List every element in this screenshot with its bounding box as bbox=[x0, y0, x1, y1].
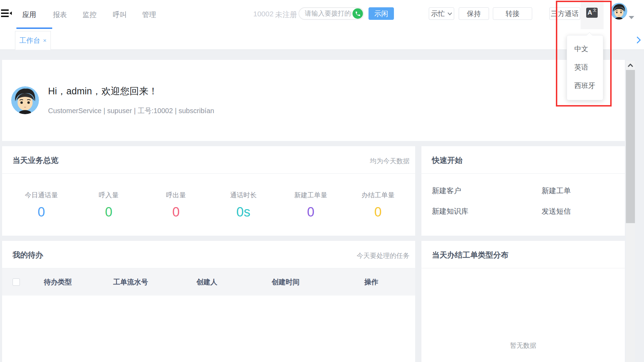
stat-call-duration: 通话时长 0s bbox=[210, 191, 277, 220]
user-menu-caret-icon[interactable] bbox=[629, 16, 634, 19]
chart-title: 当天办结工单类型分布 bbox=[432, 250, 509, 260]
hold-button[interactable]: 保持 bbox=[459, 7, 489, 20]
agent-status: 未注册 bbox=[275, 10, 297, 19]
overview-hint: 均为今天数据 bbox=[370, 157, 410, 166]
chart-empty-text: 暂无数据 bbox=[421, 341, 625, 350]
tab-workbench-label: 工作台 bbox=[20, 36, 40, 45]
language-button[interactable]: A 文 bbox=[581, 0, 604, 29]
dial-input[interactable] bbox=[305, 9, 352, 18]
show-idle-button[interactable]: 示闲 bbox=[368, 7, 394, 20]
phone-icon bbox=[355, 11, 361, 17]
workbench-screen: 应用 报表 监控 呼叫 管理 10002 未注册 示闲 示忙 保持 转接 三方通… bbox=[0, 0, 644, 362]
menu-item-english[interactable]: 英语 bbox=[567, 58, 603, 77]
vertical-scrollbar[interactable] bbox=[626, 61, 635, 362]
quick-start-card: 快速开始 新建客户 新建工单 新建知识库 发送短信 bbox=[421, 146, 625, 236]
tab-close-icon[interactable]: × bbox=[43, 37, 47, 44]
welcome-avatar bbox=[11, 86, 39, 114]
nav-item-admin[interactable]: 管理 bbox=[142, 0, 156, 29]
menu-item-spanish[interactable]: 西班牙 bbox=[567, 77, 603, 95]
divider bbox=[421, 173, 625, 174]
transfer-button[interactable]: 转接 bbox=[493, 7, 532, 20]
stat-today-calls: 今日通话量 0 bbox=[8, 191, 75, 220]
stat-closed-tickets: 办结工单量 0 bbox=[344, 191, 412, 220]
top-header: 应用 报表 监控 呼叫 管理 10002 未注册 示闲 示忙 保持 转接 三方通… bbox=[0, 0, 644, 29]
col-ticket-number: 工单流水号 bbox=[91, 277, 170, 287]
todo-title: 我的待办 bbox=[13, 250, 43, 260]
divider bbox=[421, 268, 625, 268]
tab-bar: 工作台 × bbox=[0, 29, 644, 50]
nav-item-call[interactable]: 呼叫 bbox=[113, 0, 127, 29]
col-todo-type: 待办类型 bbox=[24, 277, 91, 287]
col-actions: 操作 bbox=[327, 277, 415, 287]
active-nav-underline bbox=[16, 27, 52, 29]
menu-fold-icon[interactable] bbox=[1, 9, 12, 18]
tab-scroll-right-icon[interactable] bbox=[635, 36, 642, 44]
show-busy-button[interactable]: 示忙 bbox=[429, 7, 454, 20]
select-all-checkbox[interactable] bbox=[13, 278, 20, 286]
conference-button[interactable]: 三方通话 bbox=[549, 7, 580, 20]
welcome-card: Hi，admin，欢迎您回来！ CustomerService | supuse… bbox=[2, 60, 625, 141]
user-meta-text: CustomerService | supuser | 工号:10002 | s… bbox=[48, 106, 214, 116]
chevron-down-icon bbox=[448, 12, 452, 15]
menu-item-chinese[interactable]: 中文 bbox=[567, 40, 603, 58]
quick-start-title: 快速开始 bbox=[432, 155, 463, 166]
translate-glyph-wen: 文 bbox=[593, 8, 597, 12]
stat-outbound-calls: 呼出量 0 bbox=[142, 191, 210, 220]
divider bbox=[2, 173, 415, 174]
overview-card: 当天业务总览 均为今天数据 今日通话量 0 呼入量 0 呼出量 0 通话时长 bbox=[2, 146, 415, 236]
translate-glyph-a: A bbox=[588, 9, 592, 16]
link-new-knowledge[interactable]: 新建知识库 bbox=[432, 206, 468, 216]
link-new-customer[interactable]: 新建客户 bbox=[432, 186, 461, 196]
scroll-up-icon bbox=[628, 64, 633, 67]
scrollbar-thumb[interactable] bbox=[626, 70, 635, 223]
translate-icon: A 文 bbox=[586, 8, 598, 18]
tab-workbench[interactable]: 工作台 × bbox=[15, 31, 51, 50]
nav-item-monitor[interactable]: 监控 bbox=[83, 0, 96, 29]
stat-new-tickets: 新建工单量 0 bbox=[277, 191, 344, 220]
todo-table-header: 待办类型 工单流水号 创建人 创建时间 操作 bbox=[2, 268, 415, 296]
dial-call-button[interactable] bbox=[352, 8, 363, 19]
todo-card: 我的待办 今天要处理的任务 待办类型 工单流水号 创建人 创建时间 操作 bbox=[2, 241, 415, 362]
col-create-time: 创建时间 bbox=[244, 277, 327, 287]
nav-item-apps[interactable]: 应用 bbox=[22, 0, 36, 29]
todo-hint: 今天要处理的任务 bbox=[357, 251, 410, 260]
dial-input-pill bbox=[298, 7, 364, 20]
stat-inbound-calls: 呼入量 0 bbox=[75, 191, 142, 220]
greeting-text: Hi，admin，欢迎您回来！ bbox=[48, 85, 158, 97]
user-avatar[interactable] bbox=[611, 3, 627, 19]
link-new-ticket[interactable]: 新建工单 bbox=[542, 186, 571, 196]
nav-item-reports[interactable]: 报表 bbox=[53, 0, 67, 29]
overview-title: 当天业务总览 bbox=[13, 155, 59, 166]
scroll-up-button[interactable] bbox=[626, 61, 635, 70]
stats-grid: 今日通话量 0 呼入量 0 呼出量 0 通话时长 0s 新建工单量 0 bbox=[8, 191, 412, 220]
content-area: Hi，admin，欢迎您回来！ CustomerService | supuse… bbox=[0, 50, 644, 362]
show-busy-label: 示忙 bbox=[431, 9, 445, 18]
language-menu: 中文 英语 西班牙 bbox=[567, 35, 603, 100]
link-send-sms[interactable]: 发送短信 bbox=[542, 206, 571, 216]
col-creator: 创建人 bbox=[170, 277, 244, 287]
closed-ticket-type-card: 当天办结工单类型分布 暂无数据 bbox=[421, 241, 625, 362]
agent-number: 10002 bbox=[253, 10, 273, 18]
